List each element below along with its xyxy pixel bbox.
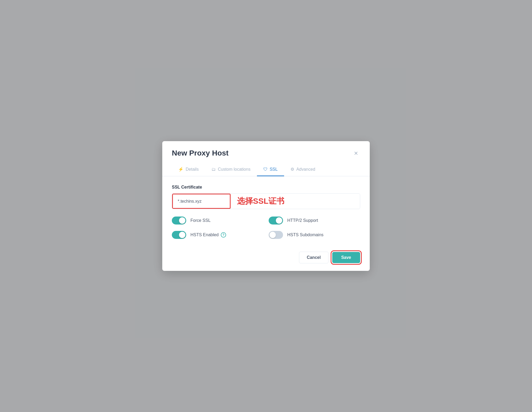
toggle-force-ssl: Force SSL	[172, 217, 263, 225]
ssl-icon: 🛡	[263, 167, 268, 172]
ssl-cert-value: *.techins.xyz	[178, 199, 202, 204]
ssl-cert-hint: 选择SSL证书	[231, 194, 360, 209]
custom-locations-icon: 🗂	[211, 167, 216, 172]
modal-overlay[interactable]: New Proxy Host × ⚡ Details 🗂 Custom loca…	[0, 0, 532, 412]
tab-bar: ⚡ Details 🗂 Custom locations 🛡 SSL ⚙ Adv…	[162, 163, 370, 176]
save-button[interactable]: Save	[332, 252, 360, 263]
toggle-hsts-subdomains: HSTS Subdomains	[269, 231, 360, 239]
force-ssl-label: Force SSL	[190, 218, 211, 223]
ssl-cert-selector[interactable]: *.techins.xyz	[172, 194, 231, 209]
modal-header: New Proxy Host ×	[162, 141, 370, 163]
toggles-grid: Force SSL HTTP/2 Support	[172, 217, 360, 239]
close-button[interactable]: ×	[352, 149, 360, 158]
hsts-enabled-toggle[interactable]	[172, 231, 186, 239]
hsts-help-icon[interactable]: ?	[221, 232, 226, 238]
force-ssl-toggle[interactable]	[172, 217, 186, 225]
modal-footer: Cancel Save	[162, 246, 370, 271]
tab-ssl-label: SSL	[270, 167, 278, 172]
tab-advanced-label: Advanced	[296, 167, 315, 172]
tab-custom-locations[interactable]: 🗂 Custom locations	[205, 163, 257, 176]
toggle-http2: HTTP/2 Support	[269, 217, 360, 225]
http2-label: HTTP/2 Support	[287, 218, 318, 223]
details-icon: ⚡	[178, 167, 184, 172]
tab-custom-locations-label: Custom locations	[218, 167, 251, 172]
hsts-enabled-label: HSTS Enabled ?	[190, 232, 226, 238]
hsts-subdomains-label: HSTS Subdomains	[287, 232, 323, 237]
modal-body: SSL Certificate *.techins.xyz 选择SSL证书	[162, 176, 370, 246]
tab-details[interactable]: ⚡ Details	[172, 163, 205, 176]
toggle-hsts-enabled: HSTS Enabled ?	[172, 231, 263, 239]
advanced-icon: ⚙	[290, 167, 294, 172]
tab-details-label: Details	[186, 167, 199, 172]
cancel-button[interactable]: Cancel	[299, 252, 328, 263]
tab-advanced[interactable]: ⚙ Advanced	[284, 163, 322, 176]
ssl-certificate-label: SSL Certificate	[172, 185, 360, 190]
http2-toggle[interactable]	[269, 217, 283, 225]
ssl-cert-row: *.techins.xyz 选择SSL证书	[172, 193, 360, 209]
modal-title: New Proxy Host	[172, 149, 228, 157]
modal-dialog: New Proxy Host × ⚡ Details 🗂 Custom loca…	[162, 141, 370, 271]
tab-ssl[interactable]: 🛡 SSL	[257, 163, 284, 176]
hsts-subdomains-toggle[interactable]	[269, 231, 283, 239]
